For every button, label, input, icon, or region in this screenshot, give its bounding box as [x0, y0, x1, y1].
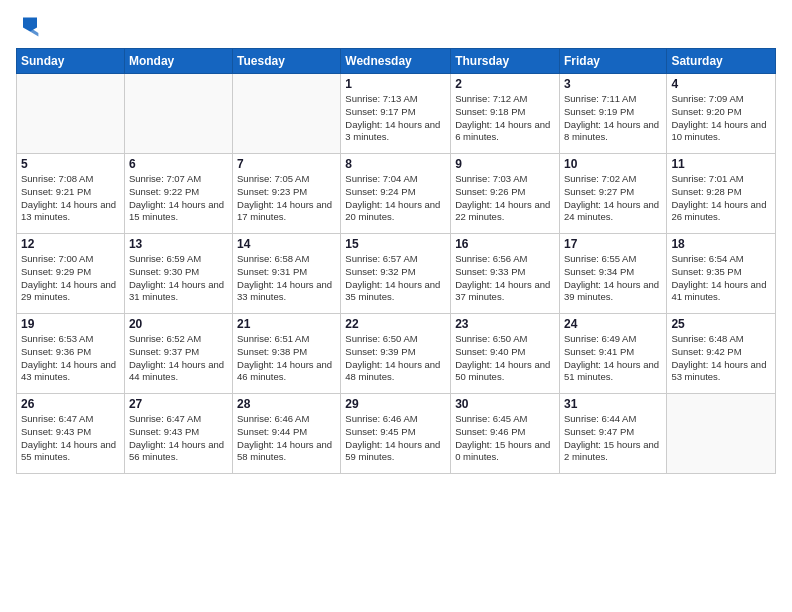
day-info: Sunrise: 6:55 AMSunset: 9:34 PMDaylight:…: [564, 253, 662, 304]
day-info: Sunrise: 7:11 AMSunset: 9:19 PMDaylight:…: [564, 93, 662, 144]
week-row-4: 26Sunrise: 6:47 AMSunset: 9:43 PMDayligh…: [17, 394, 776, 474]
calendar-cell: 20Sunrise: 6:52 AMSunset: 9:37 PMDayligh…: [124, 314, 232, 394]
day-number: 14: [237, 237, 336, 251]
day-header-tuesday: Tuesday: [233, 49, 341, 74]
day-info: Sunrise: 6:57 AMSunset: 9:32 PMDaylight:…: [345, 253, 446, 304]
day-number: 5: [21, 157, 120, 171]
day-info: Sunrise: 6:45 AMSunset: 9:46 PMDaylight:…: [455, 413, 555, 464]
calendar-cell: 8Sunrise: 7:04 AMSunset: 9:24 PMDaylight…: [341, 154, 451, 234]
day-number: 10: [564, 157, 662, 171]
day-info: Sunrise: 6:46 AMSunset: 9:44 PMDaylight:…: [237, 413, 336, 464]
calendar-cell: 16Sunrise: 6:56 AMSunset: 9:33 PMDayligh…: [451, 234, 560, 314]
day-info: Sunrise: 7:04 AMSunset: 9:24 PMDaylight:…: [345, 173, 446, 224]
day-info: Sunrise: 7:12 AMSunset: 9:18 PMDaylight:…: [455, 93, 555, 144]
day-header-sunday: Sunday: [17, 49, 125, 74]
calendar-cell: 30Sunrise: 6:45 AMSunset: 9:46 PMDayligh…: [451, 394, 560, 474]
day-info: Sunrise: 7:13 AMSunset: 9:17 PMDaylight:…: [345, 93, 446, 144]
day-info: Sunrise: 7:02 AMSunset: 9:27 PMDaylight:…: [564, 173, 662, 224]
calendar-cell: 12Sunrise: 7:00 AMSunset: 9:29 PMDayligh…: [17, 234, 125, 314]
day-number: 11: [671, 157, 771, 171]
calendar-cell: 10Sunrise: 7:02 AMSunset: 9:27 PMDayligh…: [559, 154, 666, 234]
calendar-cell: 2Sunrise: 7:12 AMSunset: 9:18 PMDaylight…: [451, 74, 560, 154]
day-info: Sunrise: 6:48 AMSunset: 9:42 PMDaylight:…: [671, 333, 771, 384]
day-number: 24: [564, 317, 662, 331]
calendar-cell: 21Sunrise: 6:51 AMSunset: 9:38 PMDayligh…: [233, 314, 341, 394]
week-row-1: 5Sunrise: 7:08 AMSunset: 9:21 PMDaylight…: [17, 154, 776, 234]
day-number: 26: [21, 397, 120, 411]
day-info: Sunrise: 6:50 AMSunset: 9:40 PMDaylight:…: [455, 333, 555, 384]
day-number: 27: [129, 397, 228, 411]
calendar-cell: [17, 74, 125, 154]
logo: [16, 12, 48, 40]
day-info: Sunrise: 6:44 AMSunset: 9:47 PMDaylight:…: [564, 413, 662, 464]
day-info: Sunrise: 7:03 AMSunset: 9:26 PMDaylight:…: [455, 173, 555, 224]
day-number: 25: [671, 317, 771, 331]
day-number: 23: [455, 317, 555, 331]
calendar-cell: 6Sunrise: 7:07 AMSunset: 9:22 PMDaylight…: [124, 154, 232, 234]
day-info: Sunrise: 6:53 AMSunset: 9:36 PMDaylight:…: [21, 333, 120, 384]
day-info: Sunrise: 6:59 AMSunset: 9:30 PMDaylight:…: [129, 253, 228, 304]
calendar-cell: 17Sunrise: 6:55 AMSunset: 9:34 PMDayligh…: [559, 234, 666, 314]
day-number: 17: [564, 237, 662, 251]
day-number: 1: [345, 77, 446, 91]
day-number: 30: [455, 397, 555, 411]
calendar-cell: [667, 394, 776, 474]
day-info: Sunrise: 7:00 AMSunset: 9:29 PMDaylight:…: [21, 253, 120, 304]
calendar-cell: 31Sunrise: 6:44 AMSunset: 9:47 PMDayligh…: [559, 394, 666, 474]
calendar-cell: 18Sunrise: 6:54 AMSunset: 9:35 PMDayligh…: [667, 234, 776, 314]
calendar-cell: [233, 74, 341, 154]
day-number: 19: [21, 317, 120, 331]
day-number: 22: [345, 317, 446, 331]
day-header-wednesday: Wednesday: [341, 49, 451, 74]
day-info: Sunrise: 7:05 AMSunset: 9:23 PMDaylight:…: [237, 173, 336, 224]
day-number: 29: [345, 397, 446, 411]
calendar-cell: 22Sunrise: 6:50 AMSunset: 9:39 PMDayligh…: [341, 314, 451, 394]
calendar-header-row: SundayMondayTuesdayWednesdayThursdayFrid…: [17, 49, 776, 74]
day-info: Sunrise: 6:46 AMSunset: 9:45 PMDaylight:…: [345, 413, 446, 464]
day-header-thursday: Thursday: [451, 49, 560, 74]
generalblue-logo-icon: [16, 12, 44, 40]
day-number: 31: [564, 397, 662, 411]
calendar-cell: 24Sunrise: 6:49 AMSunset: 9:41 PMDayligh…: [559, 314, 666, 394]
day-header-friday: Friday: [559, 49, 666, 74]
day-info: Sunrise: 7:01 AMSunset: 9:28 PMDaylight:…: [671, 173, 771, 224]
calendar-cell: 1Sunrise: 7:13 AMSunset: 9:17 PMDaylight…: [341, 74, 451, 154]
calendar-cell: 25Sunrise: 6:48 AMSunset: 9:42 PMDayligh…: [667, 314, 776, 394]
day-number: 13: [129, 237, 228, 251]
day-number: 20: [129, 317, 228, 331]
day-info: Sunrise: 6:47 AMSunset: 9:43 PMDaylight:…: [129, 413, 228, 464]
day-number: 28: [237, 397, 336, 411]
calendar-cell: 23Sunrise: 6:50 AMSunset: 9:40 PMDayligh…: [451, 314, 560, 394]
day-number: 9: [455, 157, 555, 171]
day-number: 8: [345, 157, 446, 171]
calendar-cell: 13Sunrise: 6:59 AMSunset: 9:30 PMDayligh…: [124, 234, 232, 314]
day-header-saturday: Saturday: [667, 49, 776, 74]
day-info: Sunrise: 6:50 AMSunset: 9:39 PMDaylight:…: [345, 333, 446, 384]
day-info: Sunrise: 7:09 AMSunset: 9:20 PMDaylight:…: [671, 93, 771, 144]
week-row-2: 12Sunrise: 7:00 AMSunset: 9:29 PMDayligh…: [17, 234, 776, 314]
day-info: Sunrise: 6:56 AMSunset: 9:33 PMDaylight:…: [455, 253, 555, 304]
calendar-cell: 3Sunrise: 7:11 AMSunset: 9:19 PMDaylight…: [559, 74, 666, 154]
calendar-cell: 27Sunrise: 6:47 AMSunset: 9:43 PMDayligh…: [124, 394, 232, 474]
page: SundayMondayTuesdayWednesdayThursdayFrid…: [0, 0, 792, 612]
calendar-cell: 9Sunrise: 7:03 AMSunset: 9:26 PMDaylight…: [451, 154, 560, 234]
header: [16, 12, 776, 40]
day-info: Sunrise: 6:47 AMSunset: 9:43 PMDaylight:…: [21, 413, 120, 464]
calendar-cell: 29Sunrise: 6:46 AMSunset: 9:45 PMDayligh…: [341, 394, 451, 474]
day-header-monday: Monday: [124, 49, 232, 74]
calendar-cell: [124, 74, 232, 154]
day-number: 7: [237, 157, 336, 171]
calendar-cell: 7Sunrise: 7:05 AMSunset: 9:23 PMDaylight…: [233, 154, 341, 234]
calendar-cell: 4Sunrise: 7:09 AMSunset: 9:20 PMDaylight…: [667, 74, 776, 154]
calendar-table: SundayMondayTuesdayWednesdayThursdayFrid…: [16, 48, 776, 474]
day-number: 16: [455, 237, 555, 251]
calendar-cell: 5Sunrise: 7:08 AMSunset: 9:21 PMDaylight…: [17, 154, 125, 234]
day-info: Sunrise: 6:58 AMSunset: 9:31 PMDaylight:…: [237, 253, 336, 304]
day-info: Sunrise: 6:49 AMSunset: 9:41 PMDaylight:…: [564, 333, 662, 384]
day-number: 12: [21, 237, 120, 251]
week-row-0: 1Sunrise: 7:13 AMSunset: 9:17 PMDaylight…: [17, 74, 776, 154]
calendar-cell: 15Sunrise: 6:57 AMSunset: 9:32 PMDayligh…: [341, 234, 451, 314]
day-number: 6: [129, 157, 228, 171]
calendar-cell: 11Sunrise: 7:01 AMSunset: 9:28 PMDayligh…: [667, 154, 776, 234]
calendar-cell: 28Sunrise: 6:46 AMSunset: 9:44 PMDayligh…: [233, 394, 341, 474]
